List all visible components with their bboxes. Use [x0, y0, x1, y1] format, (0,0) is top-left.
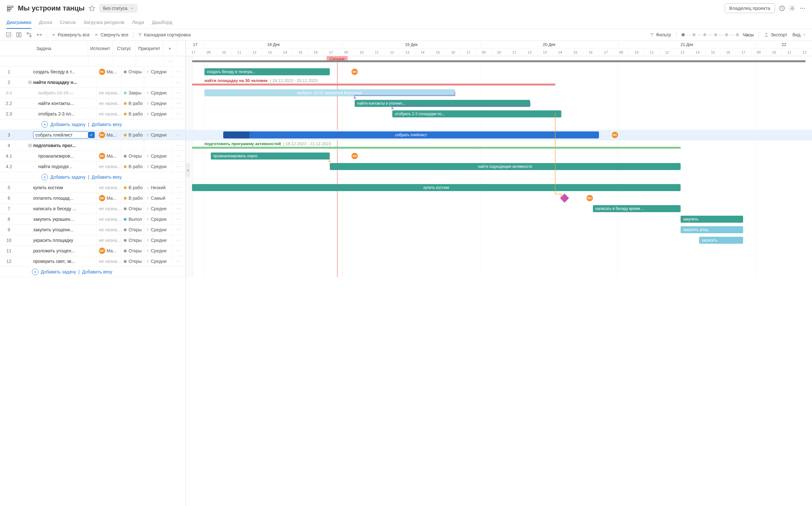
task-name-input[interactable]: собрать плейлист [33, 132, 88, 139]
task-name: проверить свет, зв... [33, 259, 96, 264]
row-menu[interactable]: ⋯ [171, 140, 185, 151]
row-menu[interactable]: ⋯ [171, 246, 185, 256]
gear-icon[interactable] [789, 5, 795, 11]
gantt-bar[interactable]: написать в беседу время ... [593, 205, 681, 212]
table-row[interactable]: 4.2найти подходя...не назна...В рабо↑Сре… [0, 161, 185, 172]
add-milestone-link[interactable]: Добавить веху [92, 122, 122, 127]
summary-bar[interactable] [192, 147, 681, 149]
table-row[interactable]: 5купить костюмне назна...В рабо↓Низкий⋯ [0, 182, 185, 193]
cascade-sort-button[interactable]: Каскадная сортировка [138, 32, 191, 37]
table-row[interactable]: 2найти площадку н...⋯ [0, 77, 185, 88]
row-menu[interactable]: ⋯ [171, 77, 185, 87]
gantt-bar[interactable]: купить костюм [192, 184, 681, 191]
task-name: найти подходя... [38, 164, 96, 169]
tab-3[interactable]: Загрузка ресурсов [83, 16, 124, 29]
tab-4[interactable]: Люди [132, 16, 144, 29]
gantt-bar[interactable]: закупить угощ [681, 226, 743, 233]
tab-5[interactable]: Дашборд [152, 16, 172, 29]
history-icon[interactable] [779, 5, 785, 11]
root-bar[interactable] [192, 60, 806, 62]
table-row[interactable]: 2.2найти контакты...не назна...В рабо↑Ср… [0, 98, 185, 109]
export-icon [764, 32, 769, 37]
row-menu[interactable]: ⋯ [171, 98, 185, 108]
table-row[interactable]: 8закупить украшен...не назна...Выпол↑Сре… [0, 214, 185, 225]
row-menu[interactable]: ⋯ [171, 235, 185, 245]
add-milestone-link[interactable]: Добавить веху [82, 269, 113, 274]
table-row[interactable]: 3собрать плейлист✓МСМа...В рабо↑Средни⋯ [0, 130, 185, 140]
row-menu[interactable]: ⋯ [171, 151, 185, 161]
table-header: Задача Исполнит Статус Приоритет + [0, 41, 185, 56]
collapse-panel-handle[interactable]: ◂ [186, 164, 190, 176]
table-row[interactable]: 6оплатить площад...МСМа...В рабо↑Самый⋯ [0, 193, 185, 203]
tab-0[interactable]: Диаграмма [6, 16, 31, 29]
tab-1[interactable]: Доска [39, 16, 52, 29]
gantt-bar[interactable]: создать беседу в телегра... [204, 68, 330, 75]
tab-2[interactable]: Список [60, 16, 76, 29]
row-menu[interactable]: ⋯ [171, 182, 185, 193]
add-icon[interactable]: + [41, 121, 48, 128]
checkbox-icon[interactable] [6, 32, 11, 37]
row-menu[interactable]: ⋯ [171, 193, 185, 203]
view-button[interactable]: Вид [793, 32, 806, 37]
gantt-bar[interactable]: проанализировать опрос [211, 153, 330, 160]
task-name: закупить угощени... [33, 227, 96, 232]
owner-button[interactable]: Владелец проекта [725, 3, 775, 13]
star-icon[interactable] [88, 5, 95, 12]
row-menu[interactable]: ⋯ [171, 67, 185, 77]
col-task[interactable]: Задача [0, 41, 88, 56]
export-button[interactable]: Экспорт [764, 32, 788, 37]
gantt-bar[interactable]: найти подходящие активности [330, 163, 681, 170]
gantt-bar[interactable]: закупить [681, 216, 743, 223]
gantt-bar[interactable]: найти контакты и уточнит... [354, 100, 530, 107]
more-icon[interactable] [799, 5, 806, 11]
tabs: ДиаграммаДоскаСписокЗагрузка ресурсовЛюд… [0, 16, 812, 29]
confirm-icon[interactable]: ✓ [88, 132, 95, 138]
table-row[interactable]: 4подготовить прог...⋯ [0, 140, 185, 151]
row-menu[interactable]: ⋯ [171, 225, 185, 235]
row-menu[interactable]: ⋯ [163, 56, 177, 66]
gantt-bar[interactable]: выбрать 10-15 заведений Воронежа [204, 89, 455, 96]
add-icon[interactable]: + [41, 174, 48, 180]
row-menu[interactable]: ⋯ [171, 256, 185, 266]
summary-bar[interactable] [192, 84, 555, 85]
row-menu[interactable]: ⋯ [171, 130, 185, 140]
add-icon[interactable]: + [32, 269, 38, 275]
table-row[interactable]: 4.1проанализиров...МСМа...Откры↑Средни⋯ [0, 151, 185, 161]
table-row[interactable]: 2.1выбрать 10-15 ...не назна...Закры↑Сре… [0, 88, 185, 98]
gantt-bar[interactable]: собрать плейлист [223, 132, 599, 139]
add-milestone-link[interactable]: Добавить веху [92, 174, 122, 180]
col-status[interactable]: Статус [113, 41, 135, 56]
status-button[interactable]: Без статуса [99, 4, 137, 13]
row-menu[interactable]: ⋯ [171, 109, 185, 119]
table-row[interactable]: 9закупить угощени...не назна...Откры↑Сре… [0, 225, 185, 235]
caret-icon[interactable] [27, 144, 33, 147]
autowidth-icon[interactable] [36, 32, 42, 37]
table-row[interactable]: 1создать беседу в т...МСМа...Откры↑Средн… [0, 67, 185, 77]
table-row[interactable]: 12проверить свет, зв...не назна...Откры↑… [0, 256, 185, 267]
row-menu[interactable]: ⋯ [171, 203, 185, 214]
zoom-slider[interactable]: Часы [682, 32, 753, 37]
add-task-link[interactable]: Добавить задачу [50, 122, 86, 127]
hierarchy-icon[interactable] [26, 32, 32, 37]
table-row[interactable]: 10украсить площадкуне назна...Откры↑Сред… [0, 235, 185, 246]
caret-icon[interactable] [27, 80, 33, 84]
table-row[interactable]: 11разложить угощен...МСМа...Откры↑Средни… [0, 246, 185, 256]
gantt-bar[interactable]: украсить [699, 237, 743, 244]
gantt-bar[interactable]: отобрать 2-3 площадки по... [392, 110, 561, 117]
filter-button[interactable]: Фильтр [650, 32, 671, 37]
table-row[interactable]: 7написать в беседу ...не назна...Откры↑С… [0, 203, 185, 214]
row-menu[interactable]: ⋯ [171, 88, 185, 98]
row-menu[interactable]: ⋯ [171, 214, 185, 224]
col-assignee[interactable]: Исполнит [88, 41, 113, 56]
expand-all-button[interactable]: Развернуть все [52, 32, 90, 37]
collapse-all-button[interactable]: Свернуть все [94, 32, 128, 37]
task-name: оплатить площад... [33, 195, 96, 201]
row-menu[interactable]: ⋯ [171, 161, 185, 172]
milestone[interactable] [560, 194, 569, 202]
add-task-link[interactable]: Добавить задачу [50, 174, 86, 180]
columns-icon[interactable] [16, 32, 22, 37]
add-task-link[interactable]: Добавить задачу [41, 269, 76, 274]
add-column-button[interactable]: + [163, 41, 177, 56]
col-priority[interactable]: Приоритет [135, 41, 163, 56]
table-row[interactable]: 2.3отобрать 2-3 пл...не назна...В рабо↑С… [0, 109, 185, 119]
